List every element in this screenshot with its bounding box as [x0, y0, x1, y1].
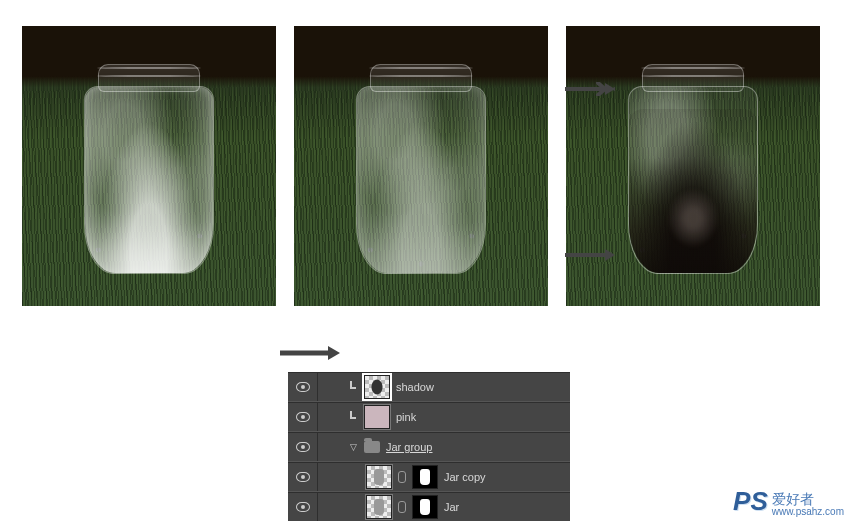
eye-icon — [296, 382, 310, 392]
svg-marker-1 — [605, 249, 615, 261]
eye-icon — [296, 412, 310, 422]
jar-image-step3 — [566, 26, 820, 306]
layer-row-shadow[interactable]: shadow — [288, 372, 570, 402]
visibility-toggle[interactable] — [288, 433, 318, 461]
jar-image-step2 — [294, 26, 548, 306]
layer-name[interactable]: Jar — [444, 501, 459, 513]
layer-row-jar[interactable]: Jar — [288, 492, 570, 521]
visibility-toggle[interactable] — [288, 373, 318, 401]
link-icon[interactable] — [398, 501, 406, 513]
eye-icon — [296, 442, 310, 452]
visibility-toggle[interactable] — [288, 463, 318, 491]
layer-row-jarcopy[interactable]: Jar copy — [288, 462, 570, 492]
layer-name[interactable]: shadow — [396, 381, 434, 393]
layer-mask-thumbnail[interactable] — [412, 465, 438, 489]
watermark: PS 爱好者 www.psahz.com — [733, 486, 844, 517]
clip-mask-icon — [348, 411, 358, 423]
layer-row-group[interactable]: ▽ Jar group — [288, 432, 570, 462]
visibility-toggle[interactable] — [288, 493, 318, 521]
jar-image-step1 — [22, 26, 276, 306]
eye-icon — [296, 472, 310, 482]
watermark-url: www.psahz.com — [772, 506, 844, 517]
layer-row-pink[interactable]: pink — [288, 402, 570, 432]
chevron-down-icon[interactable]: ▽ — [348, 442, 358, 452]
arrow-icon — [565, 82, 615, 96]
watermark-logo: PS — [733, 486, 768, 517]
folder-icon — [364, 441, 380, 453]
arrow-icon — [280, 345, 340, 361]
layers-panel[interactable]: shadow pink ▽ Jar group Jar copy Jar — [288, 372, 570, 521]
link-icon[interactable] — [398, 471, 406, 483]
eye-icon — [296, 502, 310, 512]
visibility-toggle[interactable] — [288, 403, 318, 431]
layer-thumbnail[interactable] — [364, 405, 390, 429]
clip-mask-icon — [348, 381, 358, 393]
layer-thumbnail[interactable] — [366, 465, 392, 489]
watermark-text: 爱好者 — [772, 491, 814, 507]
layer-mask-thumbnail[interactable] — [412, 495, 438, 519]
svg-marker-0 — [605, 83, 615, 95]
layer-thumbnail[interactable] — [366, 495, 392, 519]
layer-thumbnail[interactable] — [364, 375, 390, 399]
arrow-icon — [565, 248, 615, 262]
layer-name[interactable]: Jar copy — [444, 471, 486, 483]
layer-name[interactable]: pink — [396, 411, 416, 423]
layer-name[interactable]: Jar group — [386, 441, 432, 453]
image-comparison-row — [0, 0, 850, 306]
svg-marker-2 — [328, 346, 340, 360]
